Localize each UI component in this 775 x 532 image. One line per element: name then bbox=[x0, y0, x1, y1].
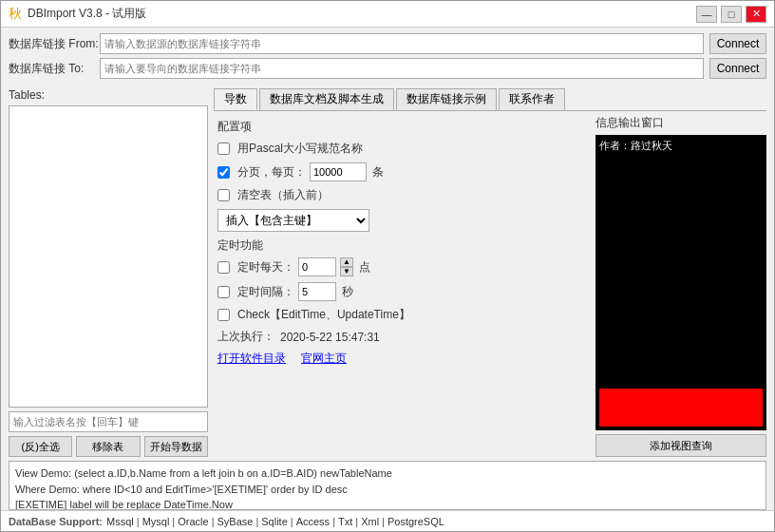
maximize-button[interactable]: □ bbox=[721, 6, 742, 23]
interval-input[interactable] bbox=[298, 282, 336, 301]
status-item-oracle: Oracle bbox=[178, 516, 208, 527]
config-panel: 配置项 用Pascal大小写规范名称 分页，每页： 条 bbox=[214, 115, 590, 457]
window-title: DBImport V3.8 - 试用版 bbox=[28, 6, 146, 22]
conn-to-button[interactable]: Connect bbox=[709, 58, 766, 79]
pagination-checkbox[interactable] bbox=[217, 166, 230, 179]
filter-input[interactable] bbox=[9, 411, 208, 432]
daily-schedule-row: 定时每天： ▲ ▼ 点 bbox=[217, 257, 586, 276]
interval-schedule-row: 定时间隔： 秒 bbox=[217, 282, 586, 301]
tabs-row: 导数 数据库文档及脚本生成 数据库链接示例 联系作者 bbox=[214, 88, 766, 111]
conn-from-label: 数据库链接 From: bbox=[9, 36, 94, 52]
output-label: 信息输出窗口 bbox=[595, 115, 766, 131]
tab-content: 配置项 用Pascal大小写规范名称 分页，每页： 条 bbox=[214, 115, 766, 457]
tab-examples[interactable]: 数据库链接示例 bbox=[396, 88, 497, 110]
daily-input[interactable] bbox=[298, 257, 336, 276]
status-item-sybase: SyBase bbox=[217, 516, 253, 527]
check-edittime-checkbox[interactable] bbox=[217, 309, 230, 321]
status-item-mssql: Mssql bbox=[106, 516, 134, 527]
title-bar: 秋 DBImport V3.8 - 试用版 — □ ✕ bbox=[1, 1, 774, 28]
conn-to-row: 数据库链接 To: Connect bbox=[9, 58, 766, 79]
status-items: Mssql | Mysql | Oracle | SyBase | Sqlite… bbox=[106, 516, 444, 527]
demo-sql-line2: Where Demo: where ID<10 and EditTime>'[E… bbox=[15, 482, 760, 498]
check-edittime-row: Check【EditTime、UpdateTime】 bbox=[217, 307, 586, 323]
demo-sql-line3: [EXETIME] label will be replace DateTime… bbox=[15, 497, 760, 510]
status-item-postgresql: PostgreSQL bbox=[388, 516, 444, 527]
daily-checkbox[interactable] bbox=[217, 261, 230, 274]
config-title: 配置项 bbox=[217, 119, 586, 135]
select-all-button[interactable]: (反)全选 bbox=[9, 436, 72, 457]
last-exec-label: 上次执行： bbox=[217, 329, 274, 345]
output-box: 作者：路过秋天 bbox=[595, 135, 766, 430]
main-area: Tables: (反)全选 移除表 开始导数据 导数 数据库文档及脚本生成 数据… bbox=[1, 85, 774, 461]
daily-spinner: ▲ ▼ bbox=[340, 257, 353, 276]
output-red-block bbox=[599, 389, 763, 427]
pagination-input[interactable] bbox=[310, 162, 367, 181]
tables-list[interactable] bbox=[9, 105, 208, 408]
status-item-xml: Xml bbox=[361, 516, 379, 527]
remove-table-button[interactable]: 移除表 bbox=[76, 436, 140, 457]
schedule-label: 定时功能 bbox=[217, 238, 586, 254]
output-panel: 信息输出窗口 作者：路过秋天 添加视图查询 bbox=[595, 115, 766, 457]
pagination-unit: 条 bbox=[372, 164, 384, 180]
official-site-link[interactable]: 官网主页 bbox=[301, 351, 347, 367]
daily-label: 定时每天： bbox=[237, 259, 294, 276]
tab-docs[interactable]: 数据库文档及脚本生成 bbox=[259, 88, 394, 110]
output-author-text: 作者：路过秋天 bbox=[599, 139, 763, 153]
clear-table-label: 清空表（插入前） bbox=[237, 187, 329, 203]
check-edittime-label: Check【EditTime、UpdateTime】 bbox=[237, 307, 410, 323]
demo-sql-area: View Demo: (select a.ID,b.Name from a le… bbox=[9, 461, 766, 510]
start-import-button[interactable]: 开始导数据 bbox=[144, 436, 208, 457]
status-item-txt: Txt bbox=[338, 516, 352, 527]
app-icon: 秋 bbox=[9, 6, 22, 23]
pagination-row: 分页，每页： 条 bbox=[217, 162, 586, 181]
tables-label: Tables: bbox=[9, 88, 208, 102]
status-item-access: Access bbox=[296, 516, 330, 527]
status-item-mysql: Mysql bbox=[142, 516, 170, 527]
pascal-case-row: 用Pascal大小写规范名称 bbox=[217, 141, 586, 157]
pagination-label: 分页，每页： bbox=[237, 164, 306, 180]
open-dir-link[interactable]: 打开软件目录 bbox=[217, 351, 286, 367]
conn-from-button[interactable]: Connect bbox=[709, 33, 766, 54]
conn-to-input[interactable] bbox=[100, 58, 704, 79]
connection-area: 数据库链接 From: Connect 数据库链接 To: Connect bbox=[1, 28, 774, 85]
daily-unit: 点 bbox=[359, 259, 370, 276]
status-item-sqlite: Sqlite bbox=[261, 516, 288, 527]
insert-mode-row: 插入【包含主键】 插入【不含主键】 更新插入 bbox=[217, 209, 586, 232]
left-panel: Tables: (反)全选 移除表 开始导数据 bbox=[9, 88, 208, 457]
conn-from-row: 数据库链接 From: Connect bbox=[9, 33, 766, 54]
tab-contact[interactable]: 联系作者 bbox=[499, 88, 565, 110]
conn-to-label: 数据库链接 To: bbox=[9, 61, 94, 77]
link-row: 打开软件目录 官网主页 bbox=[217, 351, 586, 367]
last-exec-row: 上次执行： 2020-5-22 15:47:31 bbox=[217, 329, 586, 345]
status-bar: DataBase Support: Mssql | Mysql | Oracle… bbox=[1, 510, 774, 531]
interval-label: 定时间隔： bbox=[237, 284, 294, 300]
left-buttons: (反)全选 移除表 开始导数据 bbox=[9, 436, 208, 457]
tab-import[interactable]: 导数 bbox=[214, 88, 257, 110]
pascal-case-checkbox[interactable] bbox=[217, 142, 230, 155]
close-button[interactable]: ✕ bbox=[746, 6, 766, 23]
title-bar-controls: — □ ✕ bbox=[696, 6, 766, 23]
main-window: 秋 DBImport V3.8 - 试用版 — □ ✕ 数据库链接 From: … bbox=[0, 0, 775, 532]
interval-unit: 秒 bbox=[342, 284, 353, 300]
clear-table-checkbox[interactable] bbox=[217, 189, 230, 201]
pascal-case-label: 用Pascal大小写规范名称 bbox=[237, 141, 363, 157]
daily-spin-down[interactable]: ▼ bbox=[340, 267, 353, 276]
interval-checkbox[interactable] bbox=[217, 286, 230, 298]
title-bar-left: 秋 DBImport V3.8 - 试用版 bbox=[9, 6, 146, 23]
insert-mode-select[interactable]: 插入【包含主键】 插入【不含主键】 更新插入 bbox=[217, 209, 369, 232]
right-panel: 导数 数据库文档及脚本生成 数据库链接示例 联系作者 配置项 用Pascal大小… bbox=[214, 88, 766, 457]
add-view-query-button[interactable]: 添加视图查询 bbox=[595, 434, 766, 457]
minimize-button[interactable]: — bbox=[696, 6, 717, 23]
daily-spin-up[interactable]: ▲ bbox=[340, 257, 353, 267]
demo-sql-line1: View Demo: (select a.ID,b.Name from a le… bbox=[15, 466, 760, 482]
conn-from-input[interactable] bbox=[100, 33, 704, 54]
last-exec-value: 2020-5-22 15:47:31 bbox=[280, 331, 380, 344]
clear-table-row: 清空表（插入前） bbox=[217, 187, 586, 203]
status-bar-label: DataBase Support: bbox=[9, 516, 103, 527]
